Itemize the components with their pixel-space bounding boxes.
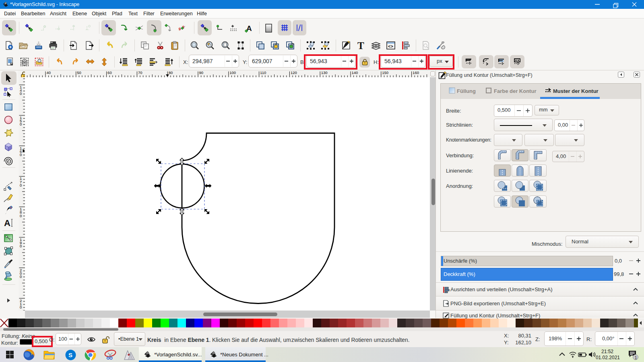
svg-text:40: 40: [47, 71, 51, 75]
svg-text:1: 1: [635, 355, 637, 360]
svg-text:0: 0: [20, 91, 22, 96]
svg-text:0: 0: [20, 183, 22, 187]
svg-text:70: 70: [138, 71, 142, 75]
svg-text:110: 110: [260, 71, 266, 75]
svg-text:160: 160: [413, 71, 419, 75]
svg-text:80: 80: [169, 71, 173, 75]
svg-text:<>: <>: [388, 44, 393, 49]
svg-text:A: A: [4, 218, 10, 228]
svg-text:60: 60: [107, 71, 112, 75]
svg-text:0: 0: [20, 214, 22, 218]
svg-text:T: T: [357, 41, 364, 50]
svg-text:0: 0: [20, 152, 22, 157]
svg-text:S: S: [68, 352, 72, 358]
svg-text:90: 90: [199, 71, 204, 75]
svg-text:0: 0: [20, 305, 22, 309]
svg-text:0: 0: [20, 274, 22, 279]
svg-text:0: 0: [20, 244, 22, 248]
svg-text:100: 100: [229, 71, 236, 75]
svg-text:50: 50: [77, 71, 81, 75]
svg-text:#: #: [178, 26, 182, 31]
svg-text:120: 120: [291, 71, 297, 75]
svg-text:150: 150: [382, 71, 388, 75]
svg-text:0: 0: [20, 122, 22, 126]
svg-text:140: 140: [352, 71, 358, 75]
svg-text:130: 130: [321, 71, 328, 75]
